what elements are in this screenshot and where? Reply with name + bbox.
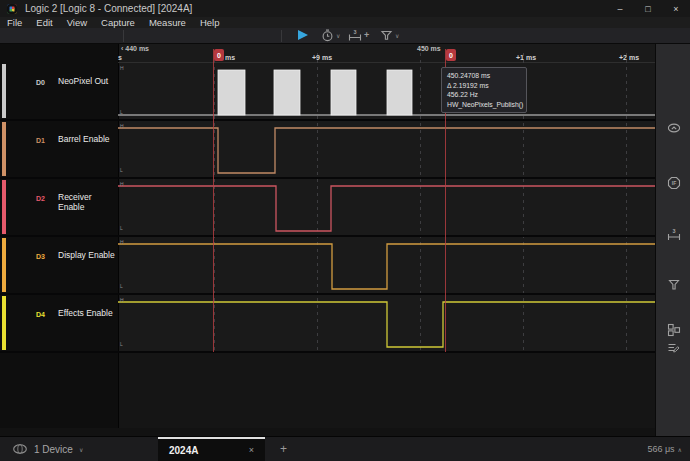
channel-color-stripe [2, 122, 6, 176]
menu-file[interactable]: File [0, 17, 29, 28]
close-button[interactable]: × [662, 0, 690, 17]
device-selector[interactable]: 1 Device ∨ [0, 437, 158, 461]
channel-label-d0[interactable]: D0NeoPixel Out [0, 62, 118, 120]
row-separator [0, 351, 655, 353]
waveform-trace [118, 294, 655, 352]
channel-label-d2[interactable]: D2Receiver Enable [0, 178, 118, 236]
timescale-indicator[interactable]: 566 μs ∧ [647, 444, 682, 454]
chevron-down-icon: ∨ [336, 32, 340, 39]
low-level-label: L [120, 225, 123, 231]
waveform-d1[interactable] [118, 120, 655, 178]
channel-name: Receiver Enable [58, 192, 118, 212]
channel-id: D4 [36, 311, 45, 318]
timer-icon [321, 29, 334, 42]
channel-name: Barrel Enable [58, 134, 110, 144]
waveform-d2[interactable] [118, 178, 655, 236]
channel-label-d3[interactable]: D3Display Enable [0, 236, 118, 294]
plus-icon: + [364, 31, 369, 40]
notes-icon[interactable] [667, 341, 681, 355]
low-level-label: L [120, 167, 123, 173]
channel-color-stripe [2, 238, 6, 292]
low-level-label: L [120, 283, 123, 289]
channel-label-d4[interactable]: D4Effects Enable [0, 294, 118, 352]
toolbar-divider [281, 30, 282, 42]
waveform-trace [118, 120, 655, 178]
tooltip-timestamp: 450.24708 ms [447, 71, 521, 81]
low-level-label: L [120, 109, 123, 115]
timer-mode-dropdown[interactable]: ∨ [321, 29, 340, 42]
high-level-label: H [120, 239, 124, 245]
channel-id: D2 [36, 195, 45, 202]
chevron-up-icon: ∧ [678, 446, 682, 453]
device-label: 1 Device [34, 444, 73, 455]
tab-2024a[interactable]: 2024A × [158, 437, 265, 461]
run-capture-button[interactable] [298, 30, 308, 40]
chevron-down-icon: ∨ [79, 446, 83, 453]
channel-color-stripe [2, 64, 6, 118]
timing-marker-line [213, 49, 214, 352]
tab-close-button[interactable]: × [249, 445, 254, 455]
measurement-tooltip: 450.24708 ms Δ 2.19192 ms 456.22 Hz HW_N… [441, 67, 527, 113]
timescale-value: 566 μs [647, 444, 674, 454]
waveform-d4[interactable] [118, 294, 655, 352]
channel-id: D0 [36, 79, 45, 86]
channel-id: D1 [36, 137, 45, 144]
tooltip-annotation: HW_NeoPixels_Publish() [447, 100, 521, 110]
device-icon [12, 443, 28, 455]
tab-label: 2024A [169, 445, 198, 456]
menu-help[interactable]: Help [193, 17, 227, 28]
ruler-tick-label: +9 ms [312, 54, 332, 61]
channel-name: NeoPixel Out [58, 76, 108, 86]
status-bar: 1 Device ∨ 2024A × + 566 μs ∧ [0, 436, 690, 461]
timing-marker-flag[interactable]: 0 [446, 49, 456, 61]
channel-name: Effects Enable [58, 308, 113, 318]
window-controls: – □ × [606, 0, 690, 17]
channel-label-d1[interactable]: D1Barrel Enable [0, 120, 118, 178]
channel-id: D3 [36, 253, 45, 260]
logic2-window: Logic 2 [Logic 8 - Connected] [2024A] – … [0, 0, 690, 461]
menu-capture[interactable]: Capture [94, 17, 142, 28]
minimize-button[interactable]: – [606, 0, 634, 17]
annotations-icon[interactable] [667, 278, 681, 292]
menu-view[interactable]: View [60, 17, 94, 28]
window-title: Logic 2 [Logic 8 - Connected] [2024A] [25, 3, 192, 14]
channel-name: Display Enable [58, 250, 115, 260]
funnel-icon [380, 29, 393, 42]
annotation-marker-dropdown[interactable]: ∨ [380, 29, 399, 42]
menu-bar: FileEditViewCaptureMeasureHelp [0, 17, 690, 28]
ruler-tick-label: +1 ms [516, 54, 536, 61]
measurements-icon[interactable]: 3 [667, 228, 681, 242]
chevron-down-icon: ∨ [395, 32, 399, 39]
svg-text:3: 3 [353, 29, 356, 35]
new-tab-button[interactable]: + [280, 442, 287, 456]
waveform-d3[interactable] [118, 236, 655, 294]
extensions-icon[interactable] [667, 323, 681, 337]
tooltip-frequency: 456.22 Hz [447, 90, 521, 100]
tooltip-delta: Δ 2.19192 ms [447, 81, 521, 91]
maximize-button[interactable]: □ [634, 0, 662, 17]
measurement-icon: 3 [348, 29, 362, 42]
high-level-label: H [120, 297, 124, 303]
high-level-label: H [120, 123, 124, 129]
high-level-label: H [120, 65, 124, 71]
trigger-icon[interactable]: IF [667, 176, 681, 190]
channel-color-stripe [2, 180, 6, 234]
analyzers-icon[interactable] [667, 121, 681, 135]
menu-measure[interactable]: Measure [142, 17, 193, 28]
right-sidebar: IF3 [655, 44, 690, 436]
channel-color-stripe [2, 296, 6, 350]
high-level-label: H [120, 181, 124, 187]
add-measurement-button[interactable]: 3 + [348, 29, 369, 42]
ruler-major-label: ‹ 440 ms [121, 45, 149, 52]
svg-text:IF: IF [672, 180, 676, 186]
waveform-trace [118, 178, 655, 236]
timing-marker-flag[interactable]: 0 [214, 49, 224, 61]
title-bar: Logic 2 [Logic 8 - Connected] [2024A] – … [0, 0, 690, 17]
ruler-tick-label: s [118, 54, 122, 61]
toolbar: ∨ 3 + ∨ [0, 28, 690, 44]
horizontal-scrollbar-track[interactable] [0, 428, 655, 436]
ruler-tick-label: ms [225, 54, 235, 61]
waveform-d0[interactable] [118, 62, 655, 120]
menu-edit[interactable]: Edit [29, 17, 59, 28]
toolbar-divider [123, 30, 124, 42]
